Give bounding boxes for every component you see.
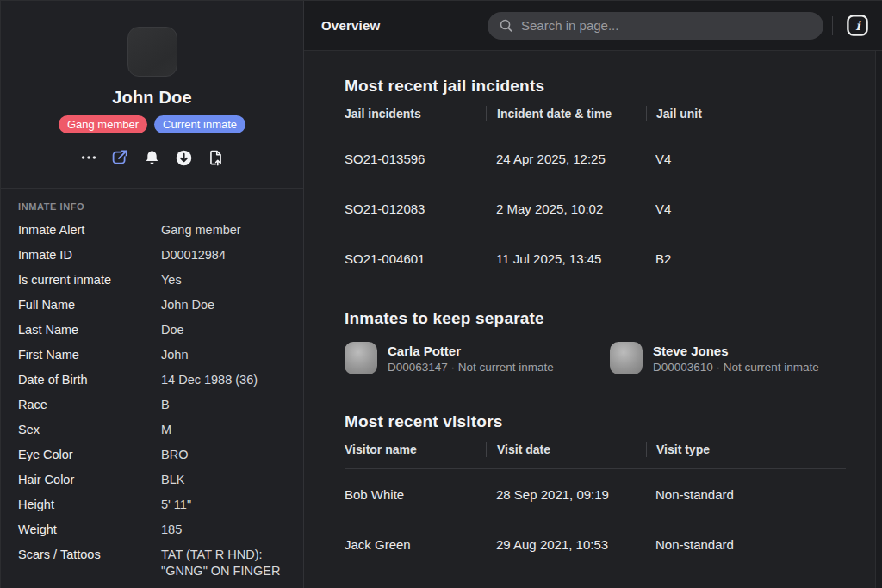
visitor-name: Bob White	[345, 487, 486, 502]
info-row-value: Yes	[161, 272, 286, 288]
info-row-value: M	[161, 422, 286, 438]
incident-datetime: 24 Apr 2025, 12:25	[486, 152, 646, 166]
person-subtitle: D00063147 · Not current inmate	[388, 361, 554, 374]
info-row-value: B	[161, 397, 286, 413]
visit-date: 28 Sep 2021, 09:19	[486, 487, 646, 502]
keep-separate-list: Carla Potter D00063147 · Not current inm…	[345, 342, 846, 374]
visit-type: Non-standard	[646, 537, 846, 552]
inmate-avatar	[127, 27, 177, 77]
more-options-button[interactable]	[78, 147, 100, 168]
column-header-visitor-name: Visitor name	[345, 442, 486, 457]
incidents-section-title: Most recent jail incidents	[345, 77, 846, 96]
info-row-value: BLK	[161, 472, 286, 488]
search-input[interactable]	[521, 18, 812, 33]
incident-datetime: 11 Jul 2025, 13:45	[486, 251, 646, 266]
info-row-value: Doe	[161, 322, 286, 338]
incidents-table-header: Jail incidents Incident date & time Jail…	[345, 106, 846, 121]
person-name: Steve Jones	[653, 344, 819, 358]
incident-id: SO21-004601	[345, 251, 486, 266]
info-row-label: Inmate ID	[18, 247, 161, 263]
incident-unit: B2	[646, 251, 846, 266]
info-row-label: Eye Color	[18, 447, 161, 463]
person-avatar	[345, 342, 377, 374]
column-header-jail-unit: Jail unit	[646, 106, 846, 121]
info-row-value: John Doe	[161, 297, 286, 313]
info-row-label: Date of Birth	[18, 372, 161, 388]
info-row-value: John	[161, 347, 286, 363]
search-bar	[488, 12, 823, 40]
info-row-value: D00012984	[161, 247, 286, 263]
scrollbar[interactable]	[875, 51, 882, 588]
inmate-name: John Doe	[1, 88, 303, 108]
header-separator	[832, 16, 833, 35]
inmate-info-section: INMATE INFO Inmate Alert Gang member Inm…	[1, 189, 303, 579]
badge-current-inmate: Current inmate	[154, 115, 245, 133]
incident-row[interactable]: SO21-013596 24 Apr 2025, 12:25 V4	[345, 133, 846, 183]
inmate-badges: Gang member Current inmate	[1, 115, 303, 133]
bell-icon	[142, 148, 162, 168]
column-header-visit-type: Visit type	[646, 442, 846, 457]
info-row-label: First Name	[18, 347, 161, 363]
person-details: Steve Jones D00003610 · Not current inma…	[653, 344, 819, 374]
info-button[interactable]: i	[843, 12, 871, 40]
download-button[interactable]	[173, 147, 196, 168]
info-row-value: BRO	[161, 447, 286, 463]
info-row-label: Inmate Alert	[18, 222, 161, 238]
export-record-button[interactable]	[205, 147, 227, 168]
page-title: Overview	[321, 18, 380, 33]
info-row-value: Gang member	[161, 222, 286, 238]
info-row-value: TAT (TAT R HND): "GNNG" ON FINGER	[161, 547, 286, 579]
info-row-label: Height	[18, 497, 161, 513]
incident-row[interactable]: SO21-012083 2 May 2025, 10:02 V4	[345, 183, 846, 233]
person-name: Carla Potter	[388, 344, 554, 358]
info-row-value: 5' 11"	[161, 497, 286, 513]
overview-panel: Overview i Most recent jail incidents	[304, 1, 882, 588]
keep-separate-person[interactable]: Carla Potter D00063147 · Not current inm…	[345, 342, 610, 374]
visitors-table-header: Visitor name Visit date Visit type	[345, 442, 846, 457]
badge-gang-member: Gang member	[59, 115, 147, 133]
incident-id: SO21-013596	[345, 152, 486, 166]
info-row-label: Hair Color	[18, 472, 161, 488]
file-export-icon	[206, 148, 226, 168]
visitors-section-title: Most recent visitors	[345, 412, 846, 431]
info-row-value: 185	[161, 522, 286, 538]
column-header-incident-date: Incident date & time	[486, 106, 646, 121]
info-row-label: Sex	[18, 422, 161, 438]
person-avatar	[610, 342, 643, 374]
ellipsis-icon	[79, 148, 98, 167]
share-icon	[110, 147, 131, 168]
notifications-button[interactable]	[141, 147, 164, 168]
overview-header: Overview i	[304, 1, 882, 51]
person-details: Carla Potter D00063147 · Not current inm…	[388, 344, 554, 374]
incident-unit: V4	[646, 201, 846, 216]
info-row-label: Last Name	[18, 322, 161, 338]
info-row-label: Full Name	[18, 297, 161, 313]
info-row-value: 14 Dec 1988 (36)	[161, 372, 286, 388]
info-row-label: Race	[18, 397, 161, 413]
column-header-visit-date: Visit date	[486, 442, 646, 457]
search-icon	[499, 18, 514, 34]
profile-sidebar: John Doe Gang member Current inmate	[0, 1, 304, 588]
arrow-down-circle-icon	[174, 148, 194, 168]
visitor-row[interactable]: Jack Green 29 Aug 2021, 10:53 Non-standa…	[345, 519, 846, 569]
inmate-info-heading: INMATE INFO	[18, 201, 286, 212]
profile-action-bar	[1, 147, 303, 168]
incident-row[interactable]: SO21-004601 11 Jul 2025, 13:45 B2	[345, 233, 846, 283]
info-icon: i	[845, 13, 870, 38]
inmate-profile-app: John Doe Gang member Current inmate	[0, 0, 882, 588]
keep-separate-section-title: Inmates to keep separate	[345, 309, 846, 328]
column-header-jail-incidents: Jail incidents	[345, 106, 486, 121]
info-row-label: Is current inmate	[18, 272, 161, 288]
svg-text:i: i	[855, 18, 861, 33]
visitor-row[interactable]: Bob White 28 Sep 2021, 09:19 Non-standar…	[345, 469, 846, 519]
info-row-label: Scars / Tattoos	[18, 547, 161, 579]
visit-type: Non-standard	[646, 487, 846, 502]
info-row-label: Weight	[18, 522, 161, 538]
person-subtitle: D00003610 · Not current inmate	[653, 361, 819, 374]
incident-unit: V4	[646, 152, 846, 166]
inmate-info-list: Inmate Alert Gang member Inmate ID D0001…	[18, 222, 286, 579]
share-button[interactable]	[109, 147, 132, 168]
keep-separate-person[interactable]: Steve Jones D00003610 · Not current inma…	[610, 342, 846, 374]
visitor-name: Jack Green	[345, 537, 486, 552]
visit-date: 29 Aug 2021, 10:53	[486, 537, 646, 552]
